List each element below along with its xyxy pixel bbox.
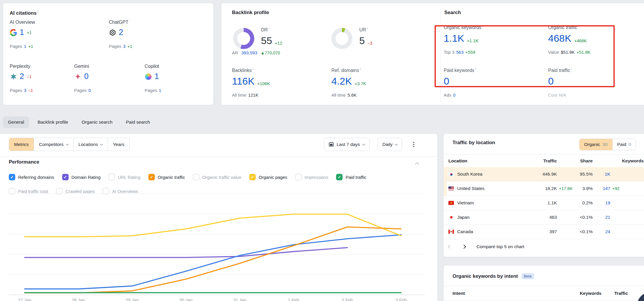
toggle-count: 30 <box>602 142 607 147</box>
organic-keywords-value[interactable]: 1.1K <box>444 33 464 43</box>
filter-segment-competitors[interactable]: Competitors <box>34 138 73 151</box>
info-icon: i <box>571 67 572 71</box>
ar-value[interactable]: 393,593 <box>241 50 257 55</box>
checkbox-impressions[interactable]: Impressions <box>295 174 328 180</box>
collapse-section-button[interactable] <box>416 162 418 167</box>
checkbox-box: ✓ <box>249 174 256 180</box>
toggle-label: Paid <box>617 142 626 147</box>
keywords-count[interactable]: 19 <box>593 200 610 206</box>
tab-paid-search[interactable]: Paid search <box>121 116 155 128</box>
filter-segment-years[interactable]: Years <box>108 138 129 151</box>
kebab-menu-icon[interactable] <box>413 141 414 148</box>
tab-backlink-profile[interactable]: Backlink profile <box>33 116 73 128</box>
pages-count[interactable]: 1 <box>159 88 161 93</box>
ai-citation-count[interactable]: 1 <box>155 72 159 81</box>
date-range-button[interactable]: Last 7 days <box>324 138 370 151</box>
organic-keywords-delta: +1.1K <box>467 38 479 43</box>
keywords-count[interactable]: 21 <box>593 215 610 220</box>
ai-citation-count[interactable]: 1 <box>20 28 24 37</box>
us-flag-icon <box>448 186 454 191</box>
ai-citation-count[interactable]: 2 <box>119 28 123 37</box>
pages-delta: +1 <box>28 44 33 49</box>
filter-segment-metrics[interactable]: Metrics <box>9 138 34 151</box>
ai-citation-ai-overview: AI Overview1+1Pages1+1 <box>10 20 77 55</box>
paid-keywords-value[interactable]: 0 <box>444 76 449 86</box>
ai-citation-count[interactable]: 2 <box>20 72 24 81</box>
x-tick-label: 29 Jan <box>126 297 139 301</box>
pages-count[interactable]: 3 <box>123 44 126 49</box>
x-tick-label: 30 Jan <box>179 297 193 301</box>
prev-page-icon[interactable] <box>448 245 452 249</box>
ref-domains-value[interactable]: 4.2K <box>331 76 352 86</box>
column-keywords: Keywords <box>593 158 644 164</box>
chevron-down-icon <box>66 142 69 145</box>
x-tick-label: 2 Feb <box>342 297 353 301</box>
jp-flag-icon <box>448 215 454 219</box>
keywords-count[interactable]: 1K <box>593 171 610 177</box>
pages-delta: –1 <box>28 88 33 93</box>
location-cell: ★Vietnam <box>448 200 533 206</box>
table-row-canada[interactable]: ◆Canada397<0.1%24 <box>444 225 644 239</box>
checkbox-organic-traffic[interactable]: ✓Organic traffic <box>148 174 185 180</box>
keywords-count[interactable]: 147 <box>593 186 610 191</box>
location-name: South Korea <box>457 171 482 177</box>
chevron-down-icon <box>100 142 103 145</box>
ref-domains-alltime: All time5.6K <box>331 93 357 97</box>
ca-flag-icon: ◆ <box>448 230 454 234</box>
column-keywords: Keywords <box>575 291 601 296</box>
ai-citation-value-row: 2 <box>109 28 123 37</box>
ai-citation-pages: Pages1+1 <box>10 44 33 49</box>
traffic-delta: +17.8K <box>557 186 572 191</box>
ai-citation-count[interactable]: 0 <box>84 72 89 81</box>
tab-general[interactable]: General <box>3 116 29 128</box>
organic-paid-toggle: Organic30Paid0 <box>579 139 636 150</box>
paid-traffic-value[interactable]: 0 <box>548 76 554 86</box>
organic-traffic-sub: Value$51.9K+51.8K <box>548 50 591 55</box>
toggle-count: 0 <box>629 142 631 147</box>
location-table-body: South Korea446.9K95.5%1KUnited States18.… <box>444 167 644 239</box>
toggle-paid[interactable]: Paid0 <box>612 139 636 150</box>
ai-citation-pages: Pages0 <box>74 88 91 93</box>
granularity-button[interactable]: Daily <box>378 138 402 151</box>
checkbox-paid-traffic[interactable]: ✓Paid traffic <box>336 174 366 180</box>
location-name: United States <box>457 186 484 191</box>
compare-top5-button[interactable]: Compare top 5 on chart <box>477 244 524 249</box>
traffic-value: 18.2K <box>533 186 557 191</box>
backlinks-value[interactable]: 116K <box>232 76 255 86</box>
next-page-icon[interactable] <box>462 245 466 249</box>
section-divider <box>440 9 440 102</box>
checkbox-referring-domains[interactable]: ✓Referring domains <box>9 174 54 180</box>
info-icon: i <box>578 24 579 28</box>
checkbox-url-rating[interactable]: URL Rating <box>109 174 140 180</box>
table-row-vietnam[interactable]: ★Vietnam1.1K0.2%19 <box>444 196 644 210</box>
ai-citation-chatgpt: ChatGPT2Pages3+1 <box>109 20 176 55</box>
checkbox-domain-rating[interactable]: ✓Domain Rating <box>62 174 101 180</box>
ai-citations-title: AI citationsi <box>10 10 38 16</box>
info-icon: i <box>269 27 269 30</box>
pages-count[interactable]: 3 <box>24 88 26 93</box>
intent-table-header: Intent Keywords Traffic <box>444 286 644 300</box>
toggle-organic[interactable]: Organic30 <box>579 139 612 150</box>
pages-count[interactable]: 0 <box>89 88 91 93</box>
checkbox-organic-traffic-value[interactable]: Organic traffic value <box>193 174 241 180</box>
filter-segment-locations[interactable]: Locations <box>73 138 108 151</box>
checkbox-label: Organic traffic <box>158 175 185 180</box>
ai-citation-label: ChatGPT <box>109 20 176 25</box>
traffic-by-location-title: Traffic by location <box>453 140 495 146</box>
gemini-icon <box>74 73 82 80</box>
checkbox-organic-pages[interactable]: ✓Organic pages <box>249 174 287 180</box>
organic-traffic-value[interactable]: 468K <box>548 33 571 43</box>
table-row-japan[interactable]: Japan463<0.1%21 <box>444 210 644 225</box>
ai-citation-copilot: Copilot1Pages1 <box>145 64 212 99</box>
tab-organic-search[interactable]: Organic search <box>77 116 117 128</box>
keywords-count[interactable]: 24 <box>593 229 610 234</box>
location-name: Japan <box>457 215 470 220</box>
divider <box>0 157 437 157</box>
pages-count[interactable]: 1 <box>24 44 26 49</box>
table-row-united-states[interactable]: United States18.2K+17.8K3.9%147+92 <box>444 181 644 196</box>
column-intent: Intent <box>453 291 575 296</box>
table-row-south-korea[interactable]: South Korea446.9K95.5%1K <box>444 167 644 181</box>
traffic-by-location-card: Traffic by location Organic30Paid0 Locat… <box>443 134 644 257</box>
performance-line-chart[interactable]: 27 Jan28 Jan29 Jan30 Jan31 Jan1 Feb2 Feb… <box>0 193 428 301</box>
chevron-up-icon <box>415 162 419 166</box>
